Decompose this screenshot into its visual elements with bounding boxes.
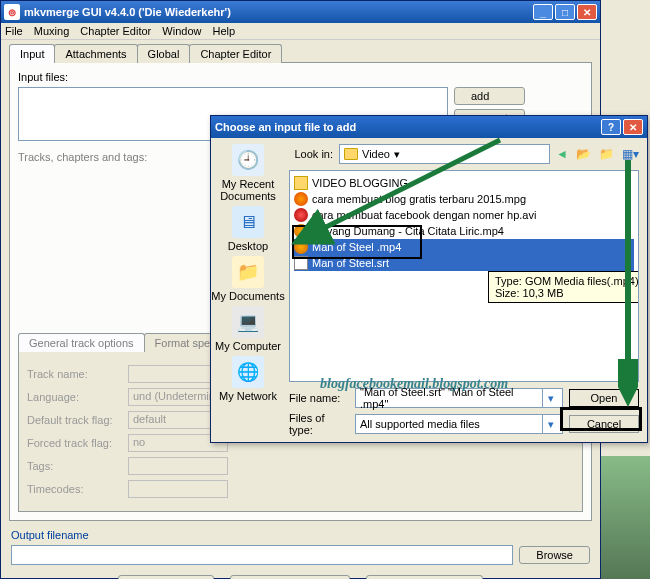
window-title: mkvmerge GUI v4.4.0 ('Die Wiederkehr') bbox=[24, 6, 533, 18]
tab-general-track[interactable]: General track options bbox=[18, 333, 145, 352]
filetype-dropdown-icon[interactable]: ▾ bbox=[542, 415, 558, 433]
dialog-close-button[interactable]: ✕ bbox=[623, 119, 643, 135]
new-folder-icon[interactable]: 📁 bbox=[599, 147, 614, 161]
output-filename-input[interactable] bbox=[11, 545, 513, 565]
minimize-button[interactable]: _ bbox=[533, 4, 553, 20]
tags-label: Tags: bbox=[27, 460, 122, 472]
output-filename-label: Output filename bbox=[11, 529, 590, 541]
timecodes-label: Timecodes: bbox=[27, 483, 122, 495]
track-name-label: Track name: bbox=[27, 368, 122, 380]
file-tooltip: Type: GOM Media files(.mp4) Size: 10,3 M… bbox=[488, 271, 639, 303]
tab-chapter[interactable]: Chapter Editor bbox=[189, 44, 282, 63]
back-icon[interactable]: ◄ bbox=[556, 147, 568, 161]
tab-attachments[interactable]: Attachments bbox=[54, 44, 137, 63]
close-button[interactable]: ✕ bbox=[577, 4, 597, 20]
filename-label: File name: bbox=[289, 392, 349, 404]
lookin-dropdown-icon[interactable]: ▾ bbox=[394, 148, 400, 161]
filename-dropdown-icon[interactable]: ▾ bbox=[542, 389, 558, 407]
file-open-dialog: Choose an input file to add ? ✕ 🕘My Rece… bbox=[210, 115, 648, 443]
lookin-select[interactable]: Video ▾ bbox=[339, 144, 550, 164]
titlebar[interactable]: ⊚ mkvmerge GUI v4.4.0 ('Die Wiederkehr')… bbox=[1, 1, 600, 23]
places-bar: 🕘My Recent Documents 🖥Desktop 📁My Docume… bbox=[211, 138, 285, 442]
add-button[interactable]: add bbox=[454, 87, 525, 105]
add-job-queue-button[interactable]: Add to job queue bbox=[366, 575, 483, 579]
file-item[interactable]: Man of Steel.srt bbox=[294, 255, 634, 271]
file-item[interactable]: cara membuat facebook dengan nomer hp.av… bbox=[294, 207, 634, 223]
place-desktop[interactable]: 🖥Desktop bbox=[228, 206, 268, 252]
file-item[interactable]: Man of Steel .mp4 bbox=[294, 239, 634, 255]
lookin-label: Look in: bbox=[289, 148, 333, 160]
file-list[interactable]: VIDEO BLOGGINGcara membuat blog gratis t… bbox=[289, 170, 639, 382]
place-recent[interactable]: 🕘My Recent Documents bbox=[211, 144, 285, 202]
place-my-documents[interactable]: 📁My Documents bbox=[211, 256, 284, 302]
filetype-label: Files of type: bbox=[289, 412, 349, 436]
maximize-button[interactable]: □ bbox=[555, 4, 575, 20]
tab-input[interactable]: Input bbox=[9, 44, 55, 63]
timecodes-input[interactable] bbox=[128, 480, 228, 498]
folder-icon bbox=[344, 148, 358, 160]
tab-global[interactable]: Global bbox=[137, 44, 191, 63]
up-icon[interactable]: 📂 bbox=[576, 147, 591, 161]
menu-window[interactable]: Window bbox=[162, 25, 201, 37]
start-muxing-button[interactable]: Start muxing bbox=[118, 575, 214, 579]
input-files-label: Input files: bbox=[18, 71, 583, 83]
menu-file[interactable]: File bbox=[5, 25, 23, 37]
app-icon: ⊚ bbox=[4, 4, 20, 20]
menu-muxing[interactable]: Muxing bbox=[34, 25, 69, 37]
place-my-computer[interactable]: 💻My Computer bbox=[215, 306, 281, 352]
mp4-icon bbox=[294, 224, 308, 238]
main-tabs: Input Attachments Global Chapter Editor bbox=[9, 44, 592, 63]
avi-icon bbox=[294, 208, 308, 222]
copy-clipboard-button[interactable]: Copy to clipboard bbox=[230, 575, 350, 579]
mp4-icon bbox=[294, 240, 308, 254]
mpg-icon bbox=[294, 192, 308, 206]
file-item[interactable]: Goyang Dumang - Cita Citata Liric.mp4 bbox=[294, 223, 634, 239]
menu-chapter[interactable]: Chapter Editor bbox=[80, 25, 151, 37]
folder-icon bbox=[294, 176, 308, 190]
cancel-button[interactable]: Cancel bbox=[569, 415, 639, 433]
tags-input[interactable] bbox=[128, 457, 228, 475]
language-label: Language: bbox=[27, 391, 122, 403]
dialog-titlebar[interactable]: Choose an input file to add ? ✕ bbox=[211, 116, 647, 138]
dialog-title: Choose an input file to add bbox=[215, 121, 601, 133]
default-track-label: Default track flag: bbox=[27, 414, 122, 426]
menu-help[interactable]: Help bbox=[213, 25, 236, 37]
srt-icon bbox=[294, 256, 308, 270]
views-icon[interactable]: ▦▾ bbox=[622, 147, 639, 161]
background-image bbox=[601, 456, 650, 579]
file-item[interactable]: cara membuat blog gratis terbaru 2015.mp… bbox=[294, 191, 634, 207]
file-item[interactable]: VIDEO BLOGGING bbox=[294, 175, 634, 191]
dialog-help-button[interactable]: ? bbox=[601, 119, 621, 135]
menu-bar: File Muxing Chapter Editor Window Help bbox=[1, 23, 600, 40]
filename-input[interactable]: "Man of Steel.srt" "Man of Steel .mp4"▾ bbox=[355, 388, 563, 408]
open-button[interactable]: Open bbox=[569, 389, 639, 407]
forced-track-label: Forced track flag: bbox=[27, 437, 122, 449]
place-my-network[interactable]: 🌐My Network bbox=[219, 356, 277, 402]
browse-button[interactable]: Browse bbox=[519, 546, 590, 564]
filetype-select[interactable]: All supported media files▾ bbox=[355, 414, 563, 434]
